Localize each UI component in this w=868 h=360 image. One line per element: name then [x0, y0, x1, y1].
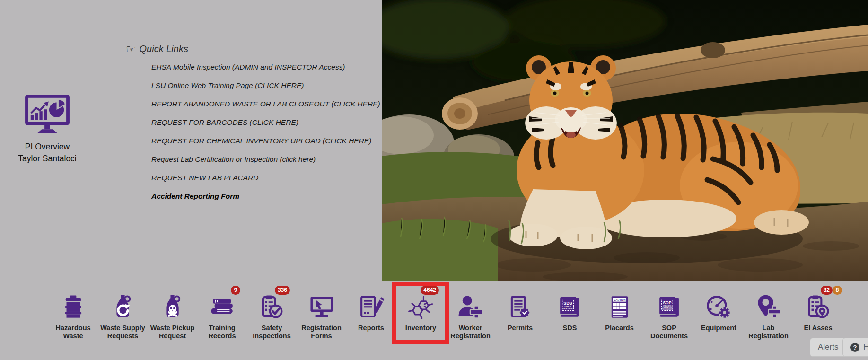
clipboard-pin-icon	[805, 293, 832, 321]
toolbar-label: Safety Inspections	[247, 324, 297, 340]
document-seal-icon	[507, 293, 534, 321]
jug-recycle-icon	[109, 293, 137, 321]
toolbar-label: Reports	[358, 324, 384, 332]
pointing-hand-icon: ☞	[126, 44, 136, 54]
link-request-barcodes[interactable]: REQUEST FOR BARCODES (CLICK HERE)	[151, 118, 380, 127]
toolbar-label: Equipment	[701, 324, 736, 332]
toolbar-label: Registration Forms	[297, 324, 346, 340]
link-report-abandoned-waste[interactable]: REPORT ABANDONED WASTE OR LAB CLOSEOUT (…	[151, 100, 380, 108]
toolbar-label: EI Asses	[804, 324, 833, 332]
toolbar-label: Lab Registration	[744, 324, 793, 340]
molecule-icon	[407, 293, 435, 321]
help-button[interactable]: ? Help	[842, 338, 868, 357]
toolbar-item-inventory[interactable]: 4642 Inventory	[396, 286, 446, 340]
document-pencil-icon	[358, 293, 385, 321]
toolbar-label: SOP Documents	[645, 324, 694, 340]
link-request-lab-certification[interactable]: Request Lab Certification or Inspection …	[151, 155, 380, 164]
svg-text:SAFETY: SAFETY	[564, 306, 571, 307]
toolbar-item-placards[interactable]: CAUTION Placards	[595, 286, 644, 340]
person-plus-icon	[457, 293, 484, 321]
svg-text:DATA SHEET: DATA SHEET	[562, 308, 573, 310]
alerts-button-label: Alerts	[818, 342, 838, 352]
toolbar-item-waste-pickup-request[interactable]: Waste Pickup Request	[148, 286, 197, 340]
toolbar-item-registration-forms[interactable]: Registration Forms	[297, 286, 346, 340]
map-pin-plus-icon	[755, 293, 782, 321]
toolbar-label: Hazardous Waste	[49, 324, 98, 340]
toolbar-item-sop-documents[interactable]: SOP STANDARD OPERATING PROCEDURES SOP Do…	[644, 286, 694, 340]
monitor-cursor-icon	[308, 293, 335, 321]
toolbar-item-hazardous-waste[interactable]: Hazardous Waste	[48, 286, 98, 340]
toolbar-label: Inventory	[405, 324, 436, 332]
toolbar-item-ei-assessments[interactable]: 8 82 EI Asses	[793, 286, 843, 340]
toolbar-item-sds[interactable]: SDS SAFETY DATA SHEET SDS	[545, 286, 595, 340]
caution-placard-icon: CAUTION	[606, 293, 633, 321]
pi-overview-title: PI Overview	[9, 141, 85, 153]
dashboard-monitor-icon	[19, 94, 75, 135]
help-button-label: Help	[863, 342, 868, 352]
toolbar-item-waste-supply-requests[interactable]: Waste Supply Requests	[98, 286, 148, 340]
books-icon	[209, 293, 236, 321]
toolbar-item-worker-registration[interactable]: Worker Registration	[446, 286, 495, 340]
quick-links-panel: ☞ Quick Links EHSA Mobile Inspection (AD…	[126, 44, 380, 211]
toolbar-item-training-records[interactable]: 9 Training Records	[197, 286, 247, 340]
toolbar-item-reports[interactable]: Reports	[346, 286, 396, 340]
toolbar-label: Placards	[605, 324, 633, 332]
sds-book-icon: SDS SAFETY DATA SHEET	[556, 293, 584, 321]
help-question-icon: ?	[850, 343, 859, 352]
toolbar-label: Training Records	[198, 324, 247, 340]
svg-text:PROCEDURES: PROCEDURES	[661, 308, 673, 310]
pi-overview-tile[interactable]: PI Overview Taylor Santaloci	[9, 94, 85, 165]
toolbar-label: Waste Pickup Request	[148, 324, 197, 340]
toolbar-label: Permits	[508, 324, 533, 332]
toolbar-item-permits[interactable]: Permits	[495, 286, 545, 340]
link-request-new-lab-placard[interactable]: REQUEST NEW LAB PLACARD	[151, 174, 380, 182]
waste-drum-icon	[60, 293, 87, 321]
link-lsu-online-training[interactable]: LSU Online Web Training Page (CLICK HERE…	[151, 81, 380, 90]
svg-text:SDS: SDS	[563, 301, 572, 306]
sop-book-icon: SOP STANDARD OPERATING PROCEDURES	[656, 293, 683, 321]
tiger-photo	[382, 0, 868, 281]
toolbar-label: SDS	[563, 324, 577, 332]
quick-links-list: EHSA Mobile Inspection (ADMIN and INSPEC…	[126, 63, 380, 201]
clipboard-check-icon	[258, 293, 286, 321]
svg-text:SOP: SOP	[663, 300, 671, 305]
link-request-chemical-inventory-upload[interactable]: REQUEST FOR CHEMICAL INVENTORY UPLOAD (C…	[151, 137, 380, 145]
quick-links-title: Quick Links	[140, 44, 188, 54]
ei-assessments-badge-secondary: 8	[833, 286, 842, 295]
pi-overview-user: Taylor Santaloci	[9, 153, 85, 165]
gauge-gear-icon	[705, 293, 733, 321]
link-accident-reporting-form[interactable]: Accident Reporting Form	[151, 192, 380, 201]
inventory-badge: 4642	[421, 286, 439, 295]
toolbar-item-safety-inspections[interactable]: 336 Safety Inspections	[247, 286, 297, 340]
ehsa-dashboard: { "colors": { "background": "#bab8ba", "…	[0, 0, 868, 360]
jug-skull-icon	[159, 293, 186, 321]
toolbar-item-equipment[interactable]: Equipment	[694, 286, 744, 340]
quick-links-header: ☞ Quick Links	[126, 44, 380, 54]
alerts-button[interactable]: Alerts	[810, 338, 846, 357]
toolbar-label: Waste Supply Requests	[98, 324, 148, 340]
svg-text:CAUTION: CAUTION	[614, 299, 625, 301]
toolbar-label: Worker Registration	[446, 324, 495, 340]
ei-assessments-badge: 82	[821, 286, 833, 295]
safety-inspections-badge: 336	[275, 286, 290, 295]
training-records-badge: 9	[231, 286, 240, 295]
toolbar-item-lab-registration[interactable]: Lab Registration	[744, 286, 793, 340]
link-ehsa-mobile-inspection[interactable]: EHSA Mobile Inspection (ADMIN and INSPEC…	[151, 63, 380, 71]
bottom-toolbar: Hazardous Waste Waste Supply Requests Wa…	[48, 286, 843, 340]
